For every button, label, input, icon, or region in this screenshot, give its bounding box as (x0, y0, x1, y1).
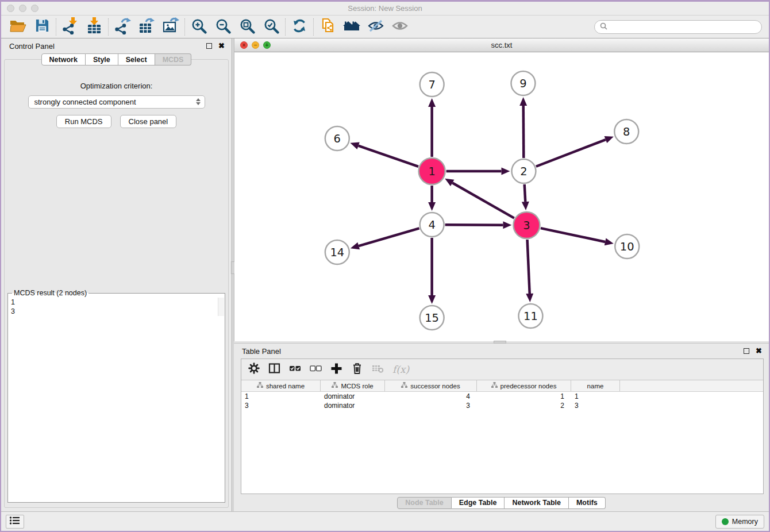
export-table-button[interactable] (134, 17, 159, 37)
select-all-button[interactable] (289, 363, 301, 376)
graph-node-label: 7 (428, 78, 435, 91)
export-image-button[interactable] (159, 17, 183, 37)
graph-edge-arrowhead (351, 242, 360, 249)
criterion-select[interactable]: strongly connected component (28, 95, 205, 109)
graph-node-label: 3 (523, 219, 530, 232)
tab-motifs[interactable]: Motifs (569, 497, 606, 509)
apply-layout-button[interactable] (287, 17, 311, 37)
select-stepper-icon (196, 98, 201, 105)
zoom-window-button[interactable] (31, 5, 38, 12)
column-header-predecessor-nodes[interactable]: predecessor nodes (477, 380, 571, 391)
create-column-button[interactable] (330, 363, 342, 377)
graph-edge-4-14[interactable] (359, 228, 419, 246)
table-cell: 1 (241, 392, 321, 401)
column-visibility-button[interactable] (268, 363, 280, 376)
graph-node-label: 1 (428, 165, 435, 178)
import-network-button[interactable] (58, 17, 82, 37)
reset-view-button[interactable] (340, 17, 364, 37)
tab-select[interactable]: Select (118, 53, 155, 65)
graph-node-label: 14 (330, 246, 344, 259)
table-cell: dominator (321, 401, 385, 410)
tab-node-table[interactable]: Node Table (397, 497, 451, 509)
zoom-fit-icon (239, 18, 255, 36)
tab-style[interactable]: Style (86, 53, 118, 65)
graph-edge-arrowhead (503, 221, 511, 229)
delete-columns-button[interactable] (351, 362, 363, 377)
memory-button[interactable]: Memory (715, 515, 764, 529)
tab-edge-table[interactable]: Edge Table (452, 497, 505, 509)
memory-status-icon (722, 518, 729, 525)
task-history-button[interactable] (6, 515, 24, 529)
column-header-name[interactable]: name (571, 380, 620, 391)
tab-network[interactable]: Network (41, 53, 86, 65)
graph-edge-3-10[interactable] (541, 228, 605, 242)
result-scrollbar[interactable] (218, 298, 224, 316)
graph-edge-2-8[interactable] (536, 140, 606, 167)
close-panel-icon[interactable]: ✖ (756, 348, 762, 354)
graph-node-label: 2 (520, 165, 527, 178)
toolbar-separator (184, 18, 185, 36)
graph-edge-3-1[interactable] (452, 183, 514, 218)
graph-edge-3-11[interactable] (528, 240, 530, 294)
graph-edge-1-6[interactable] (359, 146, 418, 167)
network-minimize-button[interactable]: – (252, 41, 259, 49)
network-maximize-button[interactable]: + (263, 41, 271, 49)
graph-edge-2-3[interactable] (525, 184, 526, 202)
column-header-successor-nodes[interactable]: successor nodes (385, 380, 477, 391)
close-panel-icon[interactable]: ✖ (218, 43, 225, 49)
toolbar-separator (313, 18, 314, 36)
graph-edge-2-9[interactable] (523, 106, 524, 158)
search-field[interactable] (594, 20, 762, 34)
panel-splitter[interactable] (232, 38, 234, 511)
hide-selected-button[interactable] (364, 17, 388, 37)
column-header-shared-name[interactable]: shared name (241, 380, 321, 391)
zoom-out-icon (215, 18, 231, 36)
zoom-selected-button[interactable] (259, 17, 283, 37)
zoom-fit-button[interactable] (235, 17, 259, 37)
close-panel-button[interactable]: Close panel (120, 115, 177, 128)
table-splitter-handle[interactable] (494, 341, 506, 344)
show-all-button[interactable] (388, 17, 412, 37)
table-settings-button[interactable] (248, 363, 260, 376)
run-mcds-button[interactable]: Run MCDS (56, 115, 111, 128)
function-builder-button[interactable]: f(x) (392, 364, 409, 375)
eye-slash-icon (367, 17, 384, 37)
window-controls (7, 5, 38, 12)
mcds-result-text[interactable]: 1 3 (11, 298, 217, 316)
export-table-icon (138, 17, 155, 37)
close-window-button[interactable] (7, 5, 14, 12)
export-network-button[interactable] (110, 17, 134, 37)
network-canvas[interactable]: 1234678910111415 (234, 52, 769, 341)
table-row[interactable]: 1dominator411 (241, 392, 763, 401)
deselect-all-button[interactable] (310, 363, 322, 376)
graph-edge-arrowhead (605, 136, 614, 143)
right-column: × – + scc.txt 1234678910111415 Table Pan… (234, 38, 769, 511)
graph-edge-4-3[interactable] (445, 225, 503, 225)
table-splitter[interactable] (234, 341, 769, 344)
delete-table-button[interactable] (372, 363, 384, 376)
search-input[interactable] (610, 22, 756, 31)
graph-edge-arrowhead (428, 202, 436, 211)
tab-network-table[interactable]: Network Table (505, 497, 569, 509)
minimize-window-button[interactable] (19, 5, 26, 12)
table-row[interactable]: 3dominator323 (241, 401, 763, 410)
toolbar-separator (56, 18, 56, 36)
tab-mcds[interactable]: MCDS (155, 53, 192, 65)
float-panel-icon[interactable] (206, 43, 212, 49)
import-table-button[interactable] (82, 17, 106, 37)
open-session-button[interactable] (6, 17, 30, 37)
zoom-in-button[interactable] (187, 17, 211, 37)
table-toolbar: f(x) (241, 359, 763, 380)
column-header-MCDS-role[interactable]: MCDS role (321, 380, 385, 391)
network-close-button[interactable]: × (240, 41, 248, 49)
save-session-button[interactable] (30, 17, 54, 37)
float-panel-icon[interactable] (744, 348, 749, 354)
gear-icon (248, 363, 260, 376)
zoom-out-button[interactable] (211, 17, 235, 37)
graph-node-label: 10 (620, 240, 634, 253)
toolbar-separator (285, 18, 286, 36)
table-panel-title: Table Panel (242, 347, 281, 356)
node-table: f(x) shared nameMCDS rolesuccessor nodes… (241, 358, 764, 494)
clone-network-button[interactable] (315, 17, 340, 37)
network-graph[interactable]: 1234678910111415 (234, 52, 769, 341)
